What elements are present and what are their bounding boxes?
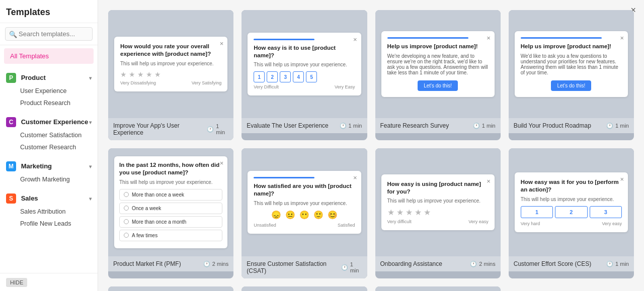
template-card-card-5[interactable]: × In the past 12 months, how often did y… <box>108 148 233 278</box>
clock-icon: 🕐 <box>470 261 477 267</box>
sidebar-item-product-research[interactable]: Product Research <box>6 97 92 109</box>
clock-icon: 🕐 <box>207 126 214 133</box>
card-preview-card-2: × How easy is it to use [product name]? … <box>242 10 367 118</box>
card-preview-card-1: × How would you rate your overall experi… <box>108 10 233 118</box>
sidebar-item-sales-attribution[interactable]: Sales Attribution <box>6 206 92 218</box>
card-preview-card-5: × In the past 12 months, how often did y… <box>108 148 233 256</box>
card-footer-card-6: Ensure Customer Satisfaction (CSAT) 🕐 1 … <box>242 256 367 278</box>
card-time-card-5: 🕐 2 mins <box>203 261 228 267</box>
template-card-card-8[interactable]: × How easy was it for you to [perform an… <box>509 148 634 278</box>
sidebar-categories: P Product ▾ User ExperienceProduct Resea… <box>0 67 98 232</box>
sidebar-category-header-product[interactable]: P Product ▾ <box>6 71 92 85</box>
sidebar-category-marketing: M Marketing ▾ Growth Marketing <box>0 155 98 187</box>
card-footer-card-5: Product Market Fit (PMF) 🕐 2 mins <box>108 256 233 271</box>
cat-label-sales: Sales <box>21 195 38 202</box>
search-input[interactable] <box>5 27 93 41</box>
card-preview-card-3: × Help us improve [product name]! We're … <box>375 10 501 118</box>
sidebar-category-product: P Product ▾ User ExperienceProduct Resea… <box>0 67 98 111</box>
cat-label-customer-experience: Customer Experience <box>21 118 89 126</box>
cat-label-product: Product <box>21 74 46 81</box>
card-time-card-3: 🕐 1 min <box>473 123 496 129</box>
card-time-card-2: 🕐 1 min <box>340 123 362 129</box>
clock-icon: 🕐 <box>340 123 347 129</box>
card-time-card-1: 🕐 1 min <box>207 123 228 135</box>
card-title-card-1: Improve Your App's User Experience <box>113 122 207 136</box>
card-preview-card-4: × Help us improve [product name]! We'd l… <box>509 10 634 118</box>
card-footer-card-4: Build Your Product Roadmap 🕐 1 min <box>509 118 634 133</box>
sidebar-category-header-sales[interactable]: S Sales ▾ <box>6 191 92 206</box>
search-icon: 🔍 <box>9 30 17 38</box>
card-footer-card-3: Feature Research Survey 🕐 1 min <box>375 118 501 133</box>
cat-icon-product: P Product <box>6 73 46 83</box>
cat-icon-sales: S Sales <box>6 193 38 204</box>
cat-icon-marketing: M Marketing <box>6 161 52 171</box>
template-grid: × How would you rate your overall experi… <box>108 10 634 291</box>
sidebar-category-sales: S Sales ▾ Sales AttributionProfile New L… <box>0 187 98 232</box>
clock-icon: 🕐 <box>473 123 480 129</box>
clock-icon: 🕐 <box>606 123 613 129</box>
sidebar-title: Templates <box>0 0 98 23</box>
clock-icon: 🕐 <box>341 264 348 271</box>
sidebar-category-header-marketing[interactable]: M Marketing ▾ <box>6 159 92 173</box>
template-card-card-9[interactable]: × What do you value most about our servi… <box>108 286 233 291</box>
card-title-card-6: Ensure Customer Satisfaction (CSAT) <box>247 260 341 274</box>
all-templates-item[interactable]: All Templates <box>4 48 94 64</box>
template-card-card-6[interactable]: × How satisfied are you with [product na… <box>242 148 367 278</box>
clock-icon: 🕐 <box>203 261 210 267</box>
template-card-card-7[interactable]: × How easy is using [product name] for y… <box>375 148 501 278</box>
clock-icon: 🕐 <box>606 261 613 267</box>
sidebar-item-customer-research[interactable]: Customer Research <box>6 141 92 153</box>
sidebar-category-header-customer-experience[interactable]: C Customer Experience ▾ <box>6 115 92 129</box>
card-time-card-4: 🕐 1 min <box>606 123 629 129</box>
card-preview-card-6: × How satisfied are you with [product na… <box>242 148 367 256</box>
card-footer-card-1: Improve Your App's User Experience 🕐 1 m… <box>108 118 233 140</box>
card-preview-card-9: × What do you value most about our servi… <box>108 286 233 291</box>
card-preview-card-10: × How big is your team? <box>242 286 367 291</box>
template-card-card-2[interactable]: × How easy is it to use [product name]? … <box>242 10 367 140</box>
sidebar-category-customer-experience: C Customer Experience ▾ Customer Satisfa… <box>0 111 98 155</box>
card-time-card-7: 🕐 2 mins <box>470 261 495 267</box>
card-title-card-4: Build Your Product Roadmap <box>514 122 591 129</box>
card-time-card-6: 🕐 1 min <box>341 261 362 273</box>
sidebar-item-user-experience[interactable]: User Experience <box>6 85 92 97</box>
card-title-card-8: Customer Effort Score (CES) <box>514 260 592 267</box>
main-content: × × How would you rate your overall expe… <box>98 0 644 291</box>
sidebar-footer: HIDE <box>0 273 98 291</box>
card-preview-card-7: × How easy is using [product name] for y… <box>375 148 501 256</box>
template-card-card-4[interactable]: × Help us improve [product name]! We'd l… <box>509 10 634 140</box>
hide-button[interactable]: HIDE <box>6 278 27 287</box>
card-title-card-7: Onboarding Assistance <box>380 260 442 267</box>
chevron-marketing: ▾ <box>89 164 92 169</box>
card-footer-card-2: Evaluate The User Experience 🕐 1 min <box>242 118 367 133</box>
cat-icon-customer-experience: C Customer Experience <box>6 117 88 127</box>
card-preview-card-11: × What are the top challenges your compa… <box>375 286 501 291</box>
sidebar-item-growth-marketing[interactable]: Growth Marketing <box>6 173 92 185</box>
template-card-card-11[interactable]: × What are the top challenges your compa… <box>375 286 501 291</box>
chevron-customer-experience: ▾ <box>89 120 92 125</box>
card-footer-card-7: Onboarding Assistance 🕐 2 mins <box>375 256 501 271</box>
template-card-card-3[interactable]: × Help us improve [product name]! We're … <box>375 10 501 140</box>
card-preview-card-8: × How easy was it for you to [perform an… <box>509 148 634 256</box>
chevron-sales: ▾ <box>89 196 92 202</box>
sidebar-item-customer-satisfaction[interactable]: Customer Satisfaction <box>6 129 92 141</box>
card-time-card-8: 🕐 1 min <box>606 261 629 267</box>
chevron-product: ▾ <box>89 75 92 81</box>
card-footer-card-8: Customer Effort Score (CES) 🕐 1 min <box>509 256 634 271</box>
cat-label-marketing: Marketing <box>21 162 52 170</box>
card-title-card-2: Evaluate The User Experience <box>247 122 329 129</box>
sidebar: Templates 🔍 All Templates P Product ▾ Us… <box>0 0 98 291</box>
card-title-card-3: Feature Research Survey <box>380 122 449 129</box>
sidebar-item-profile-new-leads[interactable]: Profile New Leads <box>6 218 92 230</box>
template-card-card-1[interactable]: × How would you rate your overall experi… <box>108 10 233 140</box>
card-title-card-5: Product Market Fit (PMF) <box>113 260 181 267</box>
sidebar-search-container: 🔍 <box>0 23 98 45</box>
template-card-card-10[interactable]: × How big is your team? <box>242 286 367 291</box>
